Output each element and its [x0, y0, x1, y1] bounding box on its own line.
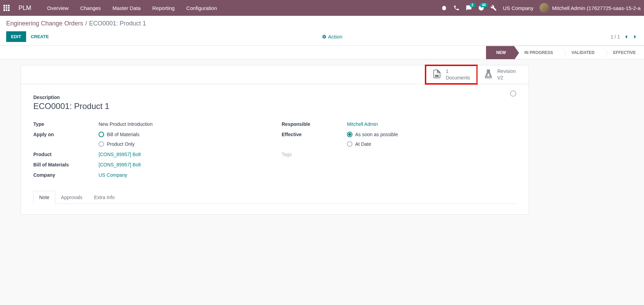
document-icon [432, 69, 442, 80]
user-name: Mitchell Admin (17627725-saas-15-2-a [552, 5, 641, 11]
nav-changes[interactable]: Changes [78, 1, 104, 15]
revision-button[interactable]: Revision V2 [477, 65, 529, 84]
responsible-value[interactable]: Mitchell Admin [347, 121, 516, 127]
product-value[interactable]: [CONS_89957] Bolt [99, 152, 268, 157]
kanban-state-button[interactable] [510, 90, 516, 97]
company-switcher[interactable]: US Company [503, 5, 533, 11]
radio-icon [99, 141, 104, 147]
activities-icon[interactable]: 40 [478, 5, 484, 11]
revision-value: V2 [497, 75, 516, 81]
radio-icon [347, 141, 352, 147]
documents-button[interactable]: 1 Documents [426, 65, 477, 84]
main-navbar: PLM Overview Changes Master Data Reporti… [0, 0, 644, 16]
bom-value[interactable]: [CONS_89957] Bolt [99, 162, 268, 167]
description-label: Description [33, 95, 516, 100]
stage-in-progress[interactable]: IN PROGRESS [514, 46, 561, 59]
notebook-tabs: Note Approvals Extra Info [33, 191, 516, 204]
stage-new[interactable]: NEW [486, 46, 514, 59]
breadcrumb-current: ECO0001: Product 1 [89, 20, 146, 27]
stage-effective[interactable]: EFFECTIVE [603, 46, 644, 59]
responsible-label: Responsible [282, 121, 347, 127]
tab-note[interactable]: Note [33, 191, 55, 204]
radio-icon [347, 132, 352, 137]
tags-label: Tags [282, 152, 347, 157]
messages-icon[interactable]: 2 [466, 5, 472, 11]
nav-configuration[interactable]: Configuration [183, 1, 219, 15]
record-title: ECO0001: Product 1 [33, 101, 516, 111]
messages-badge: 2 [470, 3, 476, 7]
tab-extra-info[interactable]: Extra Info [88, 191, 121, 204]
apply-on-product[interactable]: Product Only [99, 141, 268, 147]
user-menu[interactable]: Mitchell Admin (17627725-saas-15-2-a [540, 3, 641, 13]
stage-validated[interactable]: VALIDATED [561, 46, 603, 59]
bom-label: Bill of Materials [33, 162, 99, 167]
revision-label: Revision [497, 68, 516, 75]
documents-count: 1 [446, 68, 470, 75]
tab-approvals[interactable]: Approvals [55, 191, 88, 204]
pager-text: 1 / 1 [611, 34, 620, 40]
type-label: Type [33, 121, 99, 127]
action-dropdown[interactable]: Action [322, 34, 342, 40]
avatar [540, 3, 549, 13]
flask-icon [484, 69, 493, 80]
apply-on-bom[interactable]: Bill of Materials [99, 132, 268, 137]
breadcrumb-parent[interactable]: Engineering Change Orders [6, 20, 83, 27]
pager-prev[interactable] [623, 34, 629, 40]
app-name: PLM [19, 4, 31, 12]
apply-on-label: Apply on [33, 132, 99, 137]
phone-icon[interactable] [453, 5, 460, 11]
effective-at-date[interactable]: At Date [347, 141, 516, 147]
nav-reporting[interactable]: Reporting [149, 1, 177, 15]
tools-icon[interactable] [490, 5, 497, 11]
edit-button[interactable]: EDIT [6, 31, 26, 42]
documents-label: Documents [446, 75, 470, 81]
type-value: New Product Introduction [99, 121, 268, 127]
debug-icon[interactable] [441, 5, 447, 11]
company-value[interactable]: US Company [99, 172, 268, 178]
status-bar: NEW IN PROGRESS VALIDATED EFFECTIVE [0, 46, 644, 59]
nav-master-data[interactable]: Master Data [110, 1, 144, 15]
pager-next[interactable] [632, 34, 638, 40]
activities-badge: 40 [480, 3, 488, 7]
effective-label: Effective [282, 132, 347, 137]
company-label: Company [33, 172, 99, 178]
create-button[interactable]: CREATE [26, 31, 54, 42]
nav-overview[interactable]: Overview [44, 1, 71, 15]
effective-asap[interactable]: As soon as possible [347, 132, 516, 137]
product-label: Product [33, 152, 99, 157]
apps-icon[interactable] [3, 5, 10, 11]
breadcrumb: Engineering Change Orders / ECO0001: Pro… [0, 16, 644, 30]
radio-icon [99, 132, 104, 137]
